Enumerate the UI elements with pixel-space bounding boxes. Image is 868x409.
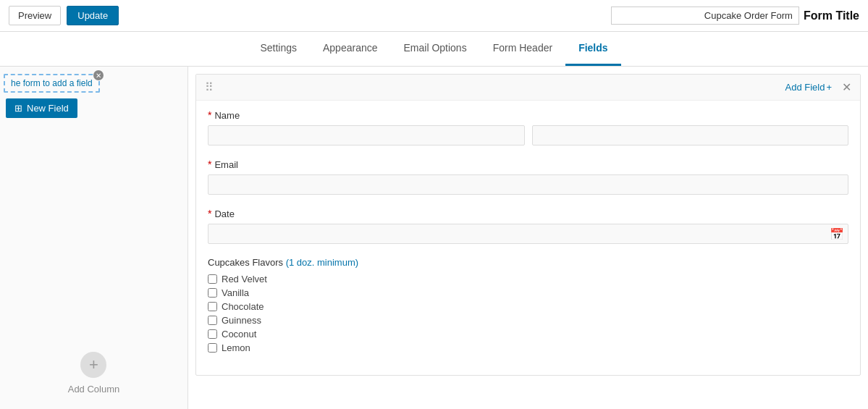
- checkbox-list: Red Velvet Vanilla Chocolate Guinne: [208, 274, 848, 353]
- update-button[interactable]: Update: [67, 6, 119, 25]
- checkbox-label-guinness: Guinness: [222, 315, 261, 326]
- checkbox-label-coconut: Coconut: [222, 329, 256, 340]
- checkbox-item-coconut[interactable]: Coconut: [208, 329, 848, 340]
- field-label-name: * Name: [208, 109, 848, 121]
- form-title-label: Form Title: [804, 9, 859, 22]
- form-card-header: ⠿ Add Field + ✕: [196, 75, 860, 101]
- label-text-name: Name: [214, 110, 240, 121]
- add-field-label: Add Field: [785, 82, 825, 93]
- add-field-plus-icon: +: [826, 82, 832, 93]
- dashed-close-icon[interactable]: ✕: [93, 70, 104, 80]
- checkbox-item-guinness[interactable]: Guinness: [208, 315, 848, 326]
- add-column-label: Add Column: [68, 384, 120, 395]
- required-star-name: *: [208, 109, 211, 121]
- checkbox-item-vanilla[interactable]: Vanilla: [208, 287, 848, 298]
- close-card-button[interactable]: ✕: [842, 80, 851, 94]
- name-first-input[interactable]: [208, 125, 525, 146]
- calendar-icon: 📅: [830, 227, 844, 241]
- checkbox-label-lemon: Lemon: [222, 342, 250, 353]
- form-card-body: * Name * Email: [196, 101, 860, 375]
- checkbox-guinness[interactable]: [208, 316, 217, 325]
- field-label-date: * Date: [208, 208, 848, 219]
- new-field-label: New Field: [27, 103, 69, 114]
- tab-fields[interactable]: Fields: [565, 32, 620, 66]
- top-bar-right: Form Title: [611, 7, 859, 25]
- form-card: ⠿ Add Field + ✕ * Name: [195, 74, 861, 376]
- checkbox-chocolate[interactable]: [208, 302, 217, 311]
- name-field-row: [208, 125, 848, 146]
- checkbox-label-chocolate: Chocolate: [222, 301, 264, 312]
- field-group-cupcakes: Cupcakes Flavors (1 doz. minimum) Red Ve…: [208, 257, 848, 353]
- checkbox-label-vanilla: Vanilla: [222, 287, 249, 298]
- tab-email-options[interactable]: Email Options: [391, 32, 480, 66]
- top-bar-left: Preview Update: [9, 6, 119, 25]
- checkbox-item-red-velvet[interactable]: Red Velvet: [208, 274, 848, 284]
- top-bar: Preview Update Form Title: [0, 0, 868, 32]
- cupcakes-sub-label: (1 doz. minimum): [286, 257, 358, 268]
- new-field-button[interactable]: ⊞ New Field: [6, 98, 77, 118]
- date-field-wrapper: 📅: [208, 224, 848, 244]
- nav-tabs: Settings Appearance Email Options Form H…: [0, 32, 868, 67]
- checkbox-lemon[interactable]: [208, 343, 217, 353]
- field-group-date: * Date 📅: [208, 208, 848, 244]
- checkbox-vanilla[interactable]: [208, 288, 217, 298]
- tab-settings[interactable]: Settings: [247, 32, 310, 66]
- preview-button[interactable]: Preview: [9, 6, 61, 25]
- checkbox-item-chocolate[interactable]: Chocolate: [208, 301, 848, 312]
- required-star-date: *: [208, 208, 211, 219]
- field-label-email: * Email: [208, 159, 848, 170]
- field-group-email: * Email: [208, 159, 848, 195]
- add-field-button[interactable]: Add Field +: [785, 82, 832, 93]
- field-group-name: * Name: [208, 109, 848, 146]
- form-content: ⠿ Add Field + ✕ * Name: [188, 67, 868, 409]
- cupcakes-label-text: Cupcakes Flavors: [208, 257, 286, 268]
- name-last-input[interactable]: [532, 125, 849, 146]
- cupcakes-label: Cupcakes Flavors (1 doz. minimum): [208, 257, 848, 268]
- checkbox-item-lemon[interactable]: Lemon: [208, 342, 848, 353]
- date-input[interactable]: [208, 224, 848, 244]
- add-column-area[interactable]: + Add Column: [68, 352, 120, 395]
- new-field-grid-icon: ⊞: [14, 103, 22, 114]
- main-layout: he form to add a field ✕ ⊞ New Field + A…: [0, 67, 868, 409]
- dashed-hint-text: he form to add a field: [11, 78, 93, 88]
- dashed-hint-box: he form to add a field ✕: [4, 74, 100, 93]
- checkbox-label-red-velvet: Red Velvet: [222, 274, 267, 284]
- label-text-email: Email: [214, 159, 238, 170]
- email-input[interactable]: [208, 174, 848, 195]
- checkbox-red-velvet[interactable]: [208, 274, 217, 284]
- sidebar: he form to add a field ✕ ⊞ New Field + A…: [0, 67, 188, 409]
- tab-form-header[interactable]: Form Header: [480, 32, 565, 66]
- label-text-date: Date: [214, 208, 234, 219]
- checkbox-coconut[interactable]: [208, 329, 217, 339]
- drag-handle-icon[interactable]: ⠿: [205, 80, 214, 94]
- add-column-icon[interactable]: +: [80, 352, 106, 378]
- form-title-input[interactable]: [611, 7, 799, 25]
- required-star-email: *: [208, 159, 211, 170]
- tab-appearance[interactable]: Appearance: [310, 32, 391, 66]
